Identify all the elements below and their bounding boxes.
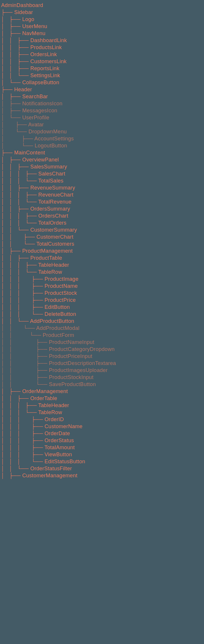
tree-branch-prefix: ├── <box>1 150 14 156</box>
tree-node: │ ├── NotificationsIcon <box>1 100 203 107</box>
tree-node-label: CustomersLink <box>30 58 67 64</box>
tree-branch-prefix: │ ├── <box>1 388 22 394</box>
tree-branch-prefix: │ │ │ └── <box>1 220 38 226</box>
tree-node-label: EditStatusButton <box>45 459 85 464</box>
tree-node-label: OrderManagement <box>22 388 68 394</box>
tree-branch-prefix: │ │ │ └── <box>1 199 38 205</box>
tree-node-label: ProductPriceInput <box>49 353 92 359</box>
tree-branch-prefix: │ ├── <box>1 94 22 99</box>
tree-node: │ ├── SearchBar <box>1 93 203 100</box>
tree-node-label: ViewButton <box>45 452 72 457</box>
tree-node-label: SearchBar <box>22 94 48 99</box>
tree-branch-prefix: │ │ └── <box>1 318 30 324</box>
tree-node: ├── Header <box>1 86 203 93</box>
tree-node: │ │ ├── ProductCategoryDropdown <box>1 346 203 353</box>
tree-branch-prefix: │ │ └── <box>1 332 43 338</box>
tree-node-label: ProductNameInput <box>49 339 94 345</box>
tree-branch-prefix: │ ├── <box>1 248 22 254</box>
tree-node-label: AddProductButton <box>30 318 74 324</box>
tree-branch-prefix: │ │ ├── <box>1 37 30 43</box>
tree-node-label: ProductImage <box>45 276 79 282</box>
tree-branch-prefix: │ │ │ └── <box>1 269 38 275</box>
tree-node: │ │ │ ├── TableHeader <box>1 261 203 268</box>
tree-node: │ └── UserProfile <box>1 114 203 121</box>
tree-node: │ └── CollapseButton <box>1 79 203 86</box>
tree-node-label: ProductForm <box>43 332 74 338</box>
tree-node-label: ProductStock <box>45 290 77 296</box>
tree-node: │ │ └── TotalCustomers <box>1 240 203 247</box>
tree-node-label: CustomerName <box>45 423 83 429</box>
tree-branch-prefix: │ │ │ ├── <box>1 171 38 177</box>
tree-node-label: AccountSettings <box>34 136 74 142</box>
tree-node-label: AdminDashboard <box>1 2 43 8</box>
tree-node: │ │ │ └── TableRow <box>1 409 203 416</box>
tree-node-label: TotalRevenue <box>38 199 72 205</box>
tree-branch-prefix: │ │ ├── <box>1 66 30 71</box>
tree-node: │ │ │ ├── ProductPrice <box>1 297 203 304</box>
tree-node: │ ├── OrderManagement <box>1 388 203 395</box>
tree-branch-prefix: │ │ │ └── <box>1 459 45 464</box>
tree-node-label: TableRow <box>38 409 62 415</box>
tree-node: │ │ └── OrderStatusFilter <box>1 465 203 472</box>
tree-node-label: OrderTable <box>30 395 57 401</box>
tree-node-label: AddProductModal <box>36 325 80 331</box>
tree-node-label: Sidebar <box>14 9 33 15</box>
tree-node-label: ProductName <box>45 283 78 289</box>
tree-node: │ ├── ProductManagement <box>1 247 203 254</box>
tree-node: │ │ │ └── TotalRevenue <box>1 198 203 205</box>
tree-branch-prefix: │ │ │ └── <box>1 178 38 184</box>
tree-node: │ ├── CustomerManagement <box>1 472 203 479</box>
tree-branch-prefix: │ └── <box>1 80 22 85</box>
tree-node-label: CustomerChart <box>37 234 74 240</box>
tree-node: │ │ └── ProductForm <box>1 332 203 339</box>
tree-node-label: RevenueChart <box>38 192 74 198</box>
tree-branch-prefix: │ │ ├── <box>1 353 49 359</box>
tree-node-label: TotalCustomers <box>36 241 74 247</box>
tree-node: │ ├── UserMenu <box>1 23 203 30</box>
tree-node-label: RevenueSummary <box>30 185 75 191</box>
tree-node: │ │ │ └── TotalSales <box>1 177 203 184</box>
tree-node-label: NotificationsIcon <box>22 101 62 106</box>
tree-branch-prefix: │ │ │ ├── <box>1 423 45 429</box>
tree-node-label: LogoutButton <box>35 143 67 149</box>
tree-branch-prefix: │ ├── <box>1 473 22 478</box>
tree-node: │ └── LogoutButton <box>1 142 203 149</box>
tree-node: │ │ └── SettingsLink <box>1 72 203 79</box>
tree-node-label: MessagesIcon <box>22 108 57 113</box>
tree-node: AdminDashboard <box>1 2 203 9</box>
tree-branch-prefix: │ │ ├── <box>1 346 49 352</box>
tree-node: │ └── DropdownMenu <box>1 128 203 135</box>
tree-node-label: CollapseButton <box>22 80 59 85</box>
tree-node-label: SaveProductButton <box>49 381 96 387</box>
tree-node-label: OrderStatus <box>45 438 74 443</box>
component-tree: AdminDashboard├── Sidebar│ ├── Logo│ ├──… <box>1 2 203 479</box>
tree-branch-prefix: │ │ ├── <box>1 374 49 380</box>
tree-node: │ │ │ └── TotalOrders <box>1 219 203 226</box>
tree-node-label: DropdownMenu <box>28 129 67 135</box>
tree-node-label: UserProfile <box>22 115 49 120</box>
tree-branch-prefix: │ │ │ ├── <box>1 445 45 450</box>
tree-node: │ │ │ ├── OrderDate <box>1 430 203 437</box>
tree-branch-prefix: │ ├── <box>1 108 22 113</box>
tree-node-label: OrdersChart <box>38 213 68 219</box>
tree-branch-prefix: │ │ ├── <box>1 58 30 64</box>
tree-node-label: OrdersSummary <box>30 206 70 212</box>
tree-node: │ ├── AccountSettings <box>1 135 203 142</box>
tree-node-label: ProductPrice <box>45 297 76 303</box>
tree-node: │ │ │ ├── ProductStock <box>1 290 203 297</box>
tree-node: │ │ │ ├── TableHeader <box>1 402 203 409</box>
tree-node-label: ProductImagesUploader <box>49 367 108 373</box>
tree-branch-prefix: │ │ ├── <box>1 164 30 170</box>
tree-node-label: TotalAmount <box>45 445 75 450</box>
tree-node: │ │ │ ├── TotalAmount <box>1 444 203 451</box>
tree-branch-prefix: │ └── <box>1 129 28 135</box>
tree-branch-prefix: │ │ ├── <box>1 395 30 401</box>
tree-branch-prefix: ├── <box>1 87 14 92</box>
tree-branch-prefix: ├── <box>1 9 14 15</box>
tree-branch-prefix: │ │ │ ├── <box>1 416 45 422</box>
tree-node-label: CustomerSummary <box>30 227 77 233</box>
tree-node: │ │ ├── ProductTable <box>1 254 203 261</box>
tree-branch-prefix: │ │ │ ├── <box>1 290 45 296</box>
tree-node: │ │ ├── ProductImagesUploader <box>1 367 203 374</box>
tree-node: │ │ ├── OrdersSummary <box>1 205 203 212</box>
